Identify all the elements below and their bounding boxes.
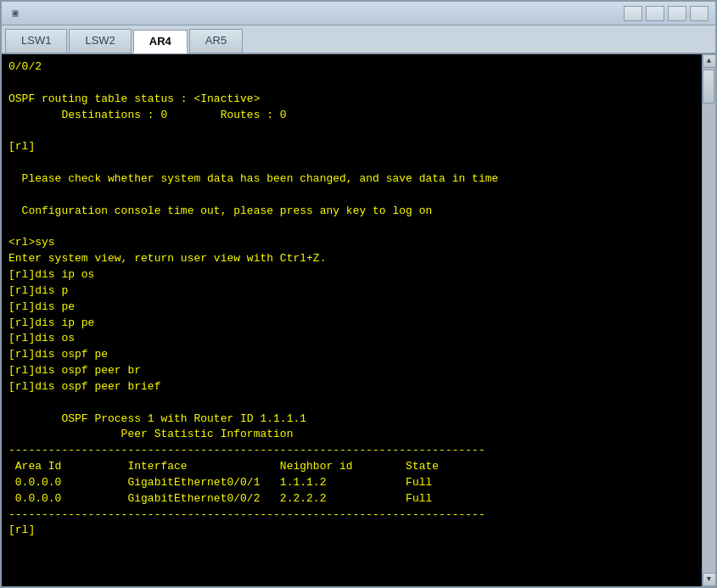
- scroll-track[interactable]: [703, 68, 715, 573]
- tab-lsw2[interactable]: LSW2: [69, 29, 131, 53]
- window-icon: ▣: [8, 7, 22, 20]
- restore-button[interactable]: [624, 6, 642, 21]
- title-bar-controls: [624, 6, 709, 21]
- minimize-button[interactable]: [646, 6, 664, 21]
- tab-bar: LSW1 LSW2 AR4 AR5: [2, 25, 715, 54]
- tab-lsw1[interactable]: LSW1: [5, 29, 67, 53]
- title-bar: ▣: [2, 2, 715, 25]
- maximize-button[interactable]: [668, 6, 686, 21]
- terminal-container: 0/0/2 OSPF routing table status : <Inact…: [2, 54, 715, 586]
- scrollbar: ▲ ▼: [702, 54, 715, 586]
- tab-ar4[interactable]: AR4: [133, 30, 188, 53]
- scroll-down-button[interactable]: ▼: [703, 573, 716, 586]
- scroll-thumb[interactable]: [703, 70, 714, 104]
- main-window: ▣ LSW1 LSW2 AR4 AR5 0/0/2 OSPF routing t…: [0, 0, 717, 588]
- tab-ar5[interactable]: AR5: [189, 29, 243, 53]
- terminal-output[interactable]: 0/0/2 OSPF routing table status : <Inact…: [2, 54, 702, 586]
- scroll-up-button[interactable]: ▲: [703, 54, 716, 68]
- close-button[interactable]: [690, 6, 709, 21]
